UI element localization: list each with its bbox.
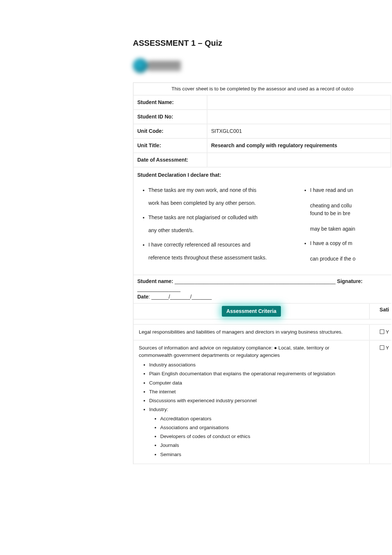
criteria-result[interactable]: Y: [369, 341, 391, 463]
list-item: Industry: Accreditation operators Associ…: [149, 406, 364, 458]
page-title: ASSESSMENT 1 – Quiz: [133, 37, 392, 49]
declaration-item-text: I have correctly referenced all resource…: [148, 242, 250, 248]
checkbox-icon[interactable]: [380, 345, 384, 350]
criteria-row: Sources of information and advice on reg…: [134, 341, 391, 464]
criteria-text: Legal responsibilities and liabilities o…: [134, 325, 369, 339]
date-blank[interactable]: : ______/_______/_______: [148, 294, 212, 300]
declaration-item-sub: work has been completed by any other per…: [148, 199, 292, 207]
satisfactory-header: Sati: [369, 304, 391, 319]
declaration-item-text: cheating and collu: [310, 202, 388, 210]
student-declaration: Student Declaration I declare that: Thes…: [134, 168, 391, 275]
list-item: The internet: [149, 388, 364, 396]
label-student-id: Student ID No:: [134, 110, 207, 124]
declaration-item-sub: any other student/s.: [148, 227, 292, 234]
list-item: Plain English documentation that explain…: [149, 370, 364, 378]
row-date-assessment: Date of Assessment:: [134, 153, 391, 168]
criteria-row: Legal responsibilities and liabilities o…: [134, 325, 391, 340]
institute-logo: [133, 56, 181, 75]
cover-sheet-note: This cover sheet is to be completed by t…: [134, 83, 391, 96]
row-student-name: Student Name:: [134, 96, 391, 110]
declaration-item-text: These tasks are not plagiarised or collu…: [148, 214, 258, 220]
signature-blank[interactable]: _______________: [137, 286, 180, 292]
value-unit-code: SITXGLC001: [207, 124, 391, 138]
signature-label: Signature:: [336, 278, 362, 284]
list-item: Computer data: [149, 379, 364, 387]
list-item-text: Industry:: [149, 407, 168, 412]
label-student-name: Student Name:: [134, 96, 207, 109]
list-item: Seminars: [160, 451, 364, 458]
declaration-item-text: I have read and un: [310, 187, 353, 193]
label-unit-title: Unit Title:: [134, 139, 207, 152]
list-item: Discussions with experienced industry pe…: [149, 397, 364, 404]
checkbox-icon[interactable]: [380, 330, 384, 334]
criteria-header-row: Assessment Criteria Sati: [134, 304, 391, 320]
declaration-item-text: These tasks are my own work, and none of…: [148, 187, 257, 193]
value-student-id[interactable]: [207, 110, 391, 124]
declaration-item: I have a copy of m can produce if the o: [310, 239, 388, 263]
list-item: Journals: [160, 442, 364, 449]
declaration-item-text: I have a copy of m: [310, 240, 352, 246]
row-unit-code: Unit Code: SITXGLC001: [134, 124, 391, 139]
declaration-item: These tasks are not plagiarised or collu…: [148, 214, 292, 234]
value-student-name[interactable]: [207, 96, 391, 109]
label-unit-code: Unit Code:: [134, 124, 207, 138]
result-letter: Y: [386, 345, 389, 351]
value-unit-title: Research and comply with regulatory requ…: [207, 139, 391, 152]
declaration-item-sub: reference texts throughout these assessm…: [148, 254, 292, 262]
row-unit-title: Unit Title: Research and comply with reg…: [134, 139, 391, 153]
row-student-id: Student ID No:: [134, 110, 391, 124]
declaration-item: I have correctly referenced all resource…: [148, 241, 292, 262]
criteria-intro: Sources of information and advice on reg…: [139, 345, 329, 358]
declaration-item-text: found to be in bre: [310, 210, 388, 217]
assessment-criteria-header: Assessment Criteria: [222, 306, 281, 317]
date-label: Date: [137, 294, 148, 300]
declaration-item-text: may be taken again: [310, 225, 388, 233]
declaration-item: These tasks are my own work, and none of…: [148, 186, 292, 207]
label-date-assessment: Date of Assessment:: [134, 153, 207, 167]
value-date-assessment[interactable]: [207, 153, 391, 167]
declaration-left-column: These tasks are my own work, and none of…: [137, 183, 292, 269]
student-name-blank[interactable]: ________________________________________…: [175, 278, 336, 284]
result-letter: Y: [386, 329, 389, 335]
declaration-right-column: I have read and un cheating and collu fo…: [303, 183, 388, 269]
criteria-result[interactable]: Y: [369, 325, 391, 339]
criteria-text: Sources of information and advice on reg…: [134, 341, 369, 463]
declaration-item-text: can produce if the o: [310, 255, 388, 263]
declaration-item: I have read and un cheating and collu fo…: [310, 186, 388, 233]
list-item: Developers of codes of conduct or ethics: [160, 433, 364, 440]
cover-sheet: This cover sheet is to be completed by t…: [133, 82, 391, 464]
list-item: Industry associations: [149, 361, 364, 369]
signature-row: Student name: __________________________…: [134, 275, 391, 304]
student-name-label: Student name:: [137, 278, 175, 284]
list-item: Associations and organisations: [160, 424, 364, 431]
list-item: Accreditation operators: [160, 415, 364, 423]
declaration-header: Student Declaration I declare that:: [134, 168, 391, 180]
spacer: [134, 320, 391, 325]
